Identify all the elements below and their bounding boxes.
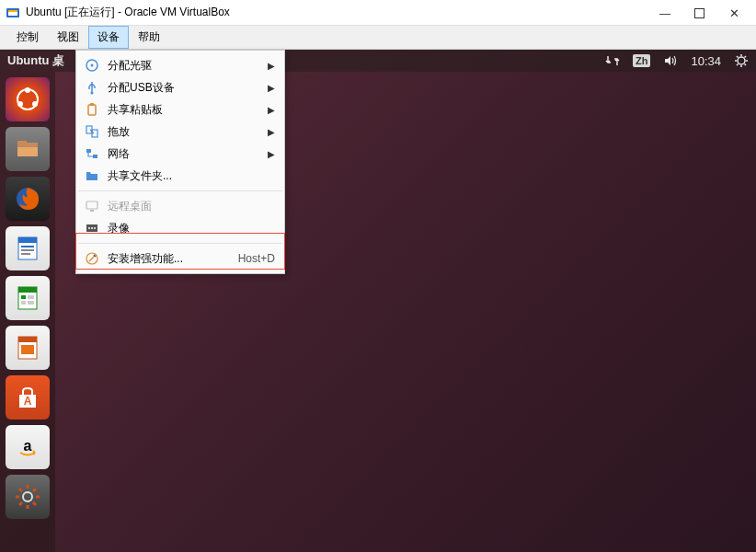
svg-point-42	[91, 227, 93, 229]
launcher-dash[interactable]	[6, 77, 50, 121]
install-icon	[84, 250, 100, 267]
menu-shared-clipboard[interactable]: 共享粘贴板 ▶	[76, 98, 284, 121]
svg-rect-14	[21, 246, 34, 247]
window-titlebar: Ubuntu [正在运行] - Oracle VM VirtualBox	[0, 0, 756, 26]
svg-point-41	[88, 227, 90, 229]
launcher-impress[interactable]	[6, 326, 50, 370]
svg-text:a: a	[24, 438, 32, 454]
svg-point-43	[94, 227, 96, 229]
menu-network[interactable]: 网络 ▶	[76, 143, 284, 165]
power-gear-icon[interactable]	[734, 53, 749, 68]
devices-dropdown-menu: 分配光驱 ▶ 分配USB设备 ▶ 共享粘贴板 ▶ 拖放 ▶ 网络 ▶ 共享文件夹…	[75, 50, 285, 274]
svg-rect-15	[21, 249, 34, 251]
svg-point-5	[25, 87, 30, 93]
svg-rect-32	[88, 105, 96, 115]
window-title: Ubuntu [正在运行] - Oracle VM VirtualBox	[26, 5, 652, 20]
svg-rect-2	[8, 10, 17, 12]
chevron-right-icon: ▶	[268, 83, 275, 93]
launcher-calc[interactable]	[6, 276, 50, 320]
input-method-indicator[interactable]: Zh	[633, 54, 650, 67]
menu-control[interactable]: 控制	[7, 26, 48, 49]
svg-rect-39	[90, 210, 94, 212]
svg-point-3	[738, 57, 745, 64]
svg-rect-10	[17, 141, 27, 144]
menu-devices[interactable]: 设备	[88, 26, 129, 49]
chevron-right-icon: ▶	[268, 127, 275, 137]
drag-icon	[84, 123, 100, 140]
svg-point-6	[17, 101, 23, 107]
menu-install-guest-additions[interactable]: 安装增强功能... Host+D	[76, 247, 284, 270]
svg-rect-34	[86, 126, 92, 133]
window-controls	[652, 6, 747, 20]
clock-indicator[interactable]: 10:34	[691, 54, 721, 68]
close-button[interactable]	[721, 6, 747, 20]
svg-rect-9	[17, 147, 38, 156]
svg-rect-20	[28, 295, 34, 299]
menu-usb-devices[interactable]: 分配USB设备 ▶	[76, 76, 284, 98]
svg-point-30	[91, 64, 94, 67]
svg-point-31	[91, 92, 94, 95]
unity-launcher: A a	[0, 72, 55, 552]
launcher-writer[interactable]	[6, 226, 50, 270]
launcher-files[interactable]	[6, 127, 50, 171]
launcher-amazon[interactable]: a	[6, 425, 50, 469]
menu-shortcut: Host+D	[238, 252, 275, 265]
menu-drag-and-drop[interactable]: 拖放 ▶	[76, 121, 284, 143]
svg-rect-37	[93, 155, 97, 158]
disc-icon	[84, 57, 100, 74]
vm-display-area: Ubuntu 桌 Zh 10:34 A a 分	[0, 50, 756, 552]
launcher-software-center[interactable]: A	[6, 375, 50, 420]
network-icon	[84, 145, 100, 162]
svg-rect-22	[28, 301, 34, 305]
menu-optical-drives[interactable]: 分配光驱 ▶	[76, 54, 284, 76]
remote-icon	[84, 198, 100, 214]
svg-text:A: A	[24, 395, 32, 408]
svg-rect-16	[21, 253, 30, 255]
virtualbox-icon	[6, 6, 20, 20]
chevron-right-icon: ▶	[268, 149, 275, 159]
svg-rect-38	[86, 201, 97, 209]
svg-rect-19	[21, 295, 26, 299]
clipboard-icon	[84, 101, 100, 118]
minimize-button[interactable]	[652, 6, 678, 20]
svg-rect-35	[92, 130, 97, 137]
svg-rect-24	[18, 337, 37, 342]
maximize-button[interactable]	[694, 8, 704, 18]
folder-icon	[84, 167, 100, 184]
svg-rect-21	[21, 301, 26, 305]
menu-help[interactable]: 帮助	[129, 26, 169, 49]
usb-icon	[84, 79, 100, 96]
panel-title: Ubuntu 桌	[7, 52, 64, 69]
chevron-right-icon: ▶	[268, 105, 275, 115]
host-menubar: 控制 视图 设备 帮助	[0, 26, 756, 50]
network-indicator-icon[interactable]	[605, 53, 620, 68]
chevron-right-icon: ▶	[268, 61, 275, 71]
svg-rect-36	[86, 149, 91, 153]
launcher-settings[interactable]	[6, 475, 50, 519]
menu-shared-folders[interactable]: 共享文件夹...	[76, 165, 284, 187]
launcher-firefox[interactable]	[6, 177, 50, 221]
svg-point-7	[32, 101, 38, 107]
menu-separator	[78, 190, 282, 191]
menu-video-capture[interactable]: 录像	[76, 217, 284, 239]
menu-view[interactable]: 视图	[48, 26, 88, 49]
svg-point-28	[23, 492, 32, 501]
volume-indicator-icon[interactable]	[663, 53, 678, 68]
record-icon	[84, 220, 100, 236]
menu-separator	[78, 243, 282, 244]
svg-rect-33	[90, 103, 94, 106]
menu-remote-display: 远程桌面	[76, 195, 284, 217]
svg-rect-18	[18, 287, 37, 293]
svg-rect-13	[18, 237, 37, 243]
svg-rect-25	[21, 345, 34, 354]
panel-indicators: Zh 10:34	[605, 53, 749, 68]
